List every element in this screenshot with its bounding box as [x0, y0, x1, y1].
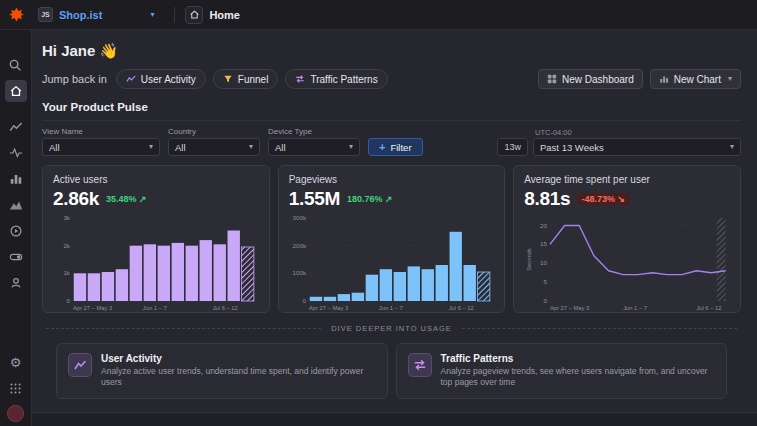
svg-text:Jun 1 – 7: Jun 1 – 7 — [379, 305, 403, 311]
insights-icon — [9, 198, 23, 212]
new-dashboard-label: New Dashboard — [562, 74, 634, 85]
avg-time-line-chart[interactable]: 05101520Apr 27 – May 3Jun 1 – 7Jul 6 – 1… — [524, 212, 730, 312]
posthog-logo-icon — [8, 6, 25, 23]
sidebar-item-insights[interactable] — [5, 194, 27, 216]
select-value: All — [275, 142, 286, 153]
avg-time-card[interactable]: Average time spent per user 8.81s -48.73… — [513, 165, 741, 313]
new-dashboard-button[interactable]: New Dashboard — [538, 69, 643, 89]
active-users-bar-chart[interactable]: 01k2k3kApr 27 – May 3Jun 1 – 7Jul 6 – 12 — [53, 212, 259, 312]
add-filter-button[interactable]: + Filter — [368, 138, 423, 156]
svg-text:2k: 2k — [63, 242, 70, 249]
device-type-select[interactable]: All ▾ — [268, 138, 360, 156]
traffic-patterns-deep-dive-card[interactable]: Traffic Patterns Analyze pageview trends… — [396, 343, 728, 399]
sidebar-item-home[interactable] — [5, 80, 27, 102]
date-range-group: UTC-04:00 Past 13 Weeks ▾ — [533, 128, 741, 156]
sidebar-item-session-replay[interactable] — [5, 220, 27, 242]
select-value: All — [49, 142, 60, 153]
new-chart-button[interactable]: New Chart ▾ — [650, 69, 741, 89]
plus-icon: + — [379, 142, 385, 153]
traffic-patterns-icon — [295, 74, 305, 84]
quick-link-label: Traffic Patterns — [310, 74, 377, 85]
quick-link-traffic-patterns[interactable]: Traffic Patterns — [285, 69, 387, 89]
breadcrumb-home-label: Home — [209, 9, 240, 21]
user-activity-deep-dive-card[interactable]: User Activity Analyze active user trends… — [56, 343, 388, 399]
filter-group-device-type: Device Type All ▾ — [268, 127, 360, 156]
country-select[interactable]: All ▾ — [168, 138, 260, 156]
quick-link-label: User Activity — [141, 74, 196, 85]
date-range-value: Past 13 Weeks — [540, 142, 604, 153]
next-section-edge — [32, 412, 757, 426]
sidebar-settings-button[interactable]: ⚙ — [5, 351, 27, 373]
timezone-label: UTC-04:00 — [533, 128, 741, 137]
user-avatar[interactable] — [7, 405, 24, 422]
pulse-cards-row: Active users 2.86k 35.48% ↗ 01k2k3kApr 2… — [42, 165, 741, 313]
date-range-picker[interactable]: Past 13 Weeks ▾ — [533, 138, 741, 156]
traffic-patterns-icon — [408, 353, 432, 377]
svg-text:Seconds: Seconds — [526, 248, 532, 271]
chart-bars-icon — [659, 74, 669, 84]
card-title: Active users — [53, 174, 259, 185]
trend-down-icon: ↘ — [617, 194, 625, 204]
sidebar-search-button[interactable] — [5, 54, 27, 76]
apps-grid-icon — [9, 382, 22, 395]
quick-link-label: Funnel — [238, 74, 269, 85]
quick-link-user-activity[interactable]: User Activity — [116, 69, 206, 89]
trend-up-icon: ↗ — [385, 194, 393, 204]
active-users-card[interactable]: Active users 2.86k 35.48% ↗ 01k2k3kApr 2… — [42, 165, 270, 313]
chevron-down-icon: ▾ — [149, 143, 153, 151]
dashboards-icon — [9, 172, 23, 186]
deep-dive-title: Traffic Patterns — [441, 353, 716, 364]
view-name-select[interactable]: All ▾ — [42, 138, 160, 156]
svg-text:0: 0 — [302, 297, 306, 304]
main-content: Hi Jane 👋 Jump back in User Activity Fun… — [32, 30, 757, 426]
sidebar-item-trends[interactable] — [5, 116, 27, 138]
deep-dive-description: Analyze active user trends, understand t… — [101, 366, 376, 389]
filter-label: Country — [168, 127, 260, 136]
breadcrumb-home[interactable]: Home — [185, 6, 240, 24]
chevron-down-icon: ▾ — [349, 143, 353, 151]
date-range-shortcut[interactable]: 13w — [497, 138, 528, 156]
divider-label: DIVE DEEPER INTO USAGE — [331, 324, 452, 333]
card-title: Average time spent per user — [524, 174, 730, 185]
persons-icon — [9, 276, 23, 290]
posthog-logo[interactable] — [0, 0, 32, 30]
select-value: All — [175, 142, 186, 153]
quick-link-funnel[interactable]: Funnel — [213, 69, 279, 89]
pageviews-card[interactable]: Pageviews 1.55M 180.76% ↗ 0100k200k300kA… — [278, 165, 506, 313]
sidebar-item-dashboards[interactable] — [5, 168, 27, 190]
svg-text:10: 10 — [540, 259, 547, 266]
chevron-down-icon: ▾ — [728, 75, 732, 83]
svg-text:1k: 1k — [63, 269, 70, 276]
session-replay-icon — [9, 224, 23, 238]
metric-delta: -48.73% ↘ — [577, 193, 629, 205]
search-icon — [8, 58, 23, 73]
svg-text:Apr 27 – May 3: Apr 27 – May 3 — [550, 305, 589, 311]
filter-group-view-name: View Name All ▾ — [42, 127, 160, 156]
sidebar-apps-button[interactable] — [5, 377, 27, 399]
svg-text:Jun 1 – 7: Jun 1 – 7 — [143, 305, 167, 311]
svg-text:15: 15 — [540, 240, 547, 247]
deep-dive-title: User Activity — [101, 353, 376, 364]
chevron-down-icon: ▾ — [150, 11, 154, 19]
section-divider: DIVE DEEPER INTO USAGE — [46, 324, 737, 333]
sidebar-item-persons[interactable] — [5, 272, 27, 294]
activity-icon — [9, 146, 23, 160]
add-filter-label: Filter — [390, 142, 411, 153]
project-switcher[interactable]: JS Shop.ist ▾ — [32, 4, 164, 25]
svg-text:300k: 300k — [292, 214, 306, 221]
svg-text:Jul 6 – 12: Jul 6 – 12 — [697, 305, 722, 311]
sidebar-item-feature-flags[interactable] — [5, 246, 27, 268]
sidebar-nav: ⚙ — [0, 30, 32, 426]
sidebar-item-activity[interactable] — [5, 142, 27, 164]
pageviews-bar-chart[interactable]: 0100k200k300kApr 27 – May 3Jun 1 – 7Jul … — [289, 212, 495, 312]
chevron-down-icon: ▾ — [730, 143, 734, 151]
top-bar: JS Shop.ist ▾ Home — [0, 0, 757, 30]
user-activity-icon — [126, 74, 136, 84]
svg-text:20: 20 — [540, 222, 547, 229]
topbar-divider — [174, 7, 175, 23]
card-title: Pageviews — [289, 174, 495, 185]
new-chart-label: New Chart — [674, 74, 721, 85]
section-title: Your Product Pulse — [42, 101, 741, 113]
svg-text:Jul 6 – 12: Jul 6 – 12 — [448, 305, 473, 311]
svg-text:Apr 27 – May 3: Apr 27 – May 3 — [73, 305, 112, 311]
